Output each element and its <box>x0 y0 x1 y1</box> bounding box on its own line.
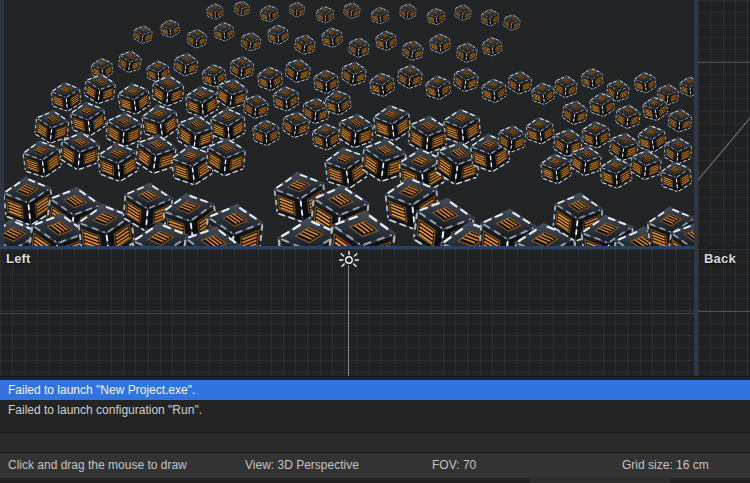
crate <box>316 5 335 24</box>
crate <box>206 3 223 20</box>
crate <box>429 33 450 54</box>
crate <box>659 160 692 193</box>
crate-field <box>4 0 694 246</box>
crate <box>540 152 573 185</box>
crate <box>581 120 610 149</box>
crate <box>185 84 220 119</box>
crate <box>368 71 395 98</box>
crate <box>375 29 397 51</box>
log-row[interactable]: Failed to launch configuration "Run". <box>0 400 750 420</box>
crate <box>50 81 82 113</box>
crate <box>581 67 604 90</box>
crate <box>187 28 208 49</box>
crate <box>83 72 116 105</box>
crate <box>481 78 507 104</box>
crate <box>481 36 503 58</box>
crate <box>561 99 588 126</box>
grid-axis-line <box>698 62 750 63</box>
crate <box>399 3 416 20</box>
crate <box>133 24 153 44</box>
crate <box>252 119 280 147</box>
crate <box>633 71 657 95</box>
crate <box>257 65 283 91</box>
crate <box>97 141 139 183</box>
crate <box>531 81 556 106</box>
crate <box>337 112 374 149</box>
viewport-left-label: Left <box>6 251 31 266</box>
crate <box>321 26 344 49</box>
crate <box>311 122 341 152</box>
crate <box>481 8 499 26</box>
status-bar: Click and drag the mouse to draw View: 3… <box>0 453 750 478</box>
crate <box>160 18 180 38</box>
crate <box>443 107 482 146</box>
crate <box>272 85 300 113</box>
crate <box>240 31 262 53</box>
grid-axis-line <box>0 313 694 314</box>
crate <box>667 108 692 133</box>
crate <box>503 13 522 32</box>
crate <box>214 21 235 42</box>
light-direction-line <box>348 265 349 377</box>
status-grid-size: Grid size: 16 cm <box>622 458 709 472</box>
viewport-left[interactable]: Left <box>0 249 694 377</box>
crate <box>229 55 254 80</box>
crate <box>313 69 339 95</box>
crate <box>554 75 578 99</box>
crate <box>452 66 479 93</box>
crate <box>267 24 289 46</box>
status-hint: Click and drag the mouse to draw <box>8 458 187 472</box>
empty-toolbar-strip <box>0 432 750 453</box>
crate <box>294 33 316 55</box>
log-row-selected[interactable]: Failed to launch "New Project.exe". <box>0 380 750 400</box>
crate <box>426 7 445 26</box>
crate <box>233 0 250 17</box>
crate <box>105 111 142 148</box>
crate <box>348 37 369 58</box>
crate <box>679 76 694 98</box>
output-log-panel: Failed to launch "New Project.exe". Fail… <box>0 377 750 432</box>
crate <box>507 70 532 95</box>
crate <box>343 1 361 19</box>
crate <box>425 74 452 101</box>
crate <box>525 116 555 146</box>
viewport-3d-perspective[interactable] <box>4 0 694 246</box>
status-fov: FOV: 70 <box>432 458 476 472</box>
viewport-back[interactable]: Back <box>698 249 750 377</box>
crate <box>599 156 633 190</box>
window-resize-grip[interactable] <box>530 478 670 483</box>
crate <box>456 41 478 63</box>
viewport-back-label: Back <box>704 251 736 266</box>
status-view-mode: View: 3D Perspective <box>245 458 359 472</box>
crate <box>259 4 279 24</box>
crate <box>173 52 198 77</box>
crate <box>341 60 368 87</box>
ortho-content <box>698 0 750 246</box>
crate <box>284 57 311 84</box>
crate <box>370 6 389 25</box>
grid-axis-line <box>698 311 750 312</box>
crate <box>454 3 472 21</box>
crate <box>664 136 693 165</box>
crate <box>118 49 143 74</box>
crate <box>210 107 246 143</box>
crate <box>289 1 305 17</box>
crate <box>21 138 63 180</box>
crate <box>397 64 423 90</box>
crate <box>615 104 641 130</box>
crate <box>637 123 667 153</box>
light-gizmo-icon[interactable] <box>335 249 363 271</box>
viewport-ortho-topright[interactable] <box>698 0 750 246</box>
editor-window: Left Back Failed to launch "New Project.… <box>0 0 750 483</box>
crate <box>117 81 152 116</box>
crate <box>402 39 425 62</box>
crate <box>372 103 412 143</box>
